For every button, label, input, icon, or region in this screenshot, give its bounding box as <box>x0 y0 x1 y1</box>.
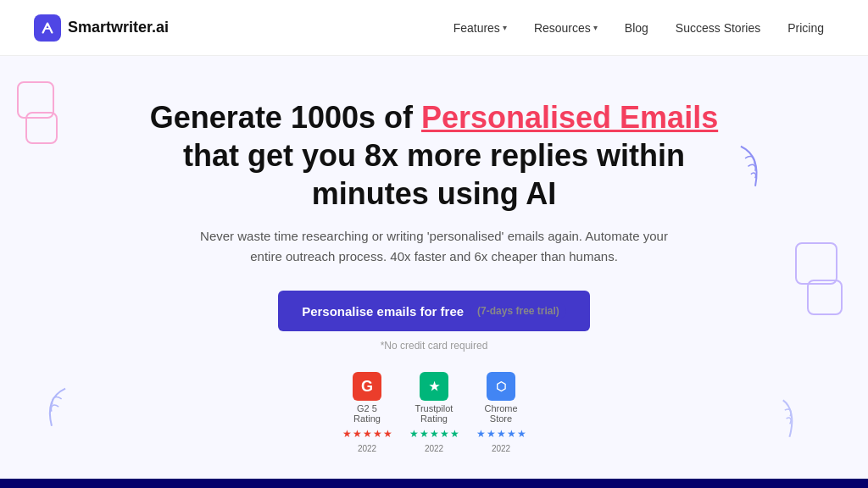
nav-features[interactable]: Features ▾ <box>443 16 517 40</box>
star: ★ <box>342 428 352 440</box>
deco-square-2 <box>25 112 58 144</box>
chrome-store-year: 2022 <box>492 444 510 453</box>
star: ★ <box>420 428 429 440</box>
star: ★ <box>517 428 526 440</box>
trustpilot-icon: ★ <box>420 372 448 401</box>
logo[interactable]: Smartwriter.ai <box>34 14 169 42</box>
chrome-store-icon: ⬡ <box>487 372 515 401</box>
cta-label: Personalise emails for free <box>302 304 464 319</box>
g2-rating-badge: G G2 5Rating ★ ★ ★ ★ ★ 2022 <box>342 372 392 453</box>
g2-stars: ★ ★ ★ ★ ★ <box>342 428 392 440</box>
trustpilot-year: 2022 <box>425 444 443 453</box>
trustpilot-label: TrustpilotRating <box>415 403 453 424</box>
headline-start: Generate 1000s of <box>150 100 421 135</box>
logo-text: Smartwriter.ai <box>68 19 169 36</box>
g2-icon: G <box>353 372 381 401</box>
nav-blog-label: Blog <box>625 21 648 35</box>
nav-success-stories[interactable]: Success Stories <box>665 16 771 40</box>
cta-button[interactable]: Personalise emails for free (7-days free… <box>278 291 590 331</box>
cta-trial-label: (7-days free trial) <box>470 302 566 319</box>
star: ★ <box>353 428 362 440</box>
trustpilot-stars: ★ ★ ★ ★ ★ <box>409 428 459 440</box>
star: ★ <box>476 428 486 440</box>
star: ★ <box>440 428 449 440</box>
logo-icon <box>34 14 61 42</box>
chevron-down-icon: ▾ <box>503 23 507 32</box>
no-cc-text: *No credit card required <box>381 340 488 352</box>
deco-squares-right <box>795 242 843 315</box>
hero-headline: Generate 1000s of Personalised Emails th… <box>129 98 739 213</box>
g2-label: G2 5Rating <box>353 403 381 424</box>
star: ★ <box>507 428 516 440</box>
nav-pricing-label: Pricing <box>787 21 824 35</box>
trustpilot-rating-badge: ★ TrustpilotRating ★ ★ ★ ★ ★ 2022 <box>409 372 459 453</box>
star: ★ <box>409 428 419 440</box>
star: ★ <box>383 428 392 440</box>
deco-square-right-2 <box>807 280 843 315</box>
hero-subtext: Never waste time researching or writing … <box>197 226 671 267</box>
star: ★ <box>373 428 382 440</box>
deco-squares-left <box>17 81 58 144</box>
nav-pricing[interactable]: Pricing <box>777 16 834 40</box>
nav-blog[interactable]: Blog <box>615 16 659 40</box>
chrome-store-rating-badge: ⬡ ChromeStore ★ ★ ★ ★ ★ 2022 <box>476 372 526 453</box>
chevron-down-icon: ▾ <box>593 23 598 32</box>
navbar: Smartwriter.ai Features ▾ Resources ▾ Bl… <box>0 0 868 56</box>
nav-resources[interactable]: Resources ▾ <box>524 16 608 40</box>
nav-features-label: Features <box>453 21 500 35</box>
star: ★ <box>430 428 439 440</box>
nav-links: Features ▾ Resources ▾ Blog Success Stor… <box>443 16 834 40</box>
deco-square-right-1 <box>795 242 837 285</box>
hero-section: Generate 1000s of Personalised Emails th… <box>0 56 868 479</box>
feather-bottom-right-icon <box>769 395 804 447</box>
chrome-store-stars: ★ ★ ★ ★ ★ <box>476 428 526 440</box>
g2-year: 2022 <box>358 444 376 453</box>
star: ★ <box>363 428 372 440</box>
headline-end: that get you 8x more replies within minu… <box>183 138 685 211</box>
chrome-store-label: ChromeStore <box>484 403 517 424</box>
headline-highlight: Personalised Emails <box>421 100 718 135</box>
feather-bottom-left-icon <box>34 380 81 441</box>
ratings-row: G G2 5Rating ★ ★ ★ ★ ★ 2022 ★ Trustpilot… <box>342 372 526 453</box>
star: ★ <box>450 428 459 440</box>
nav-success-stories-label: Success Stories <box>676 21 760 35</box>
star: ★ <box>487 428 496 440</box>
star: ★ <box>497 428 506 440</box>
nav-resources-label: Resources <box>534 21 591 35</box>
bottom-bar <box>0 479 868 488</box>
